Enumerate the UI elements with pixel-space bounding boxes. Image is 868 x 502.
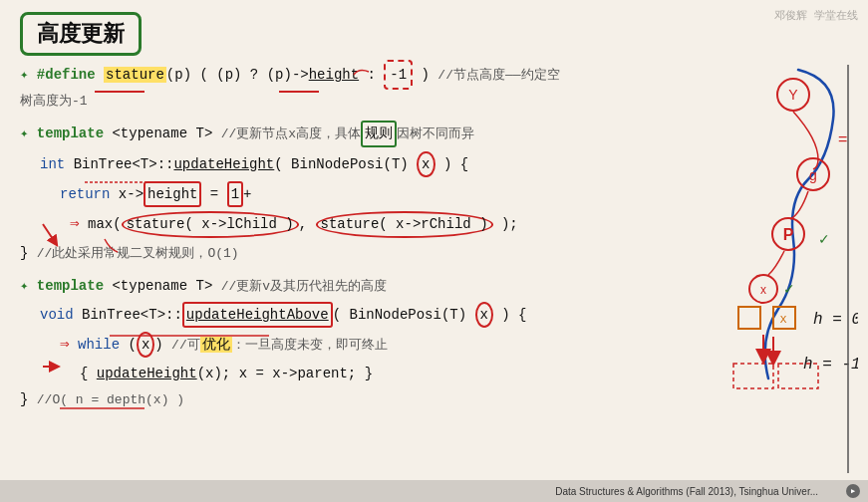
svg-text:✓: ✓ <box>783 281 795 297</box>
template-comment1: //更新节点x高度，具体 <box>221 126 361 141</box>
body-line: { updateHeight(x); x = x->parent; } <box>80 363 569 384</box>
func-decl-line: int BinTree<T>::updateHeight( BinNodePos… <box>40 151 569 177</box>
x-circle: x ) { <box>417 156 468 172</box>
template-comment2: //更新v及其历代祖先的高度 <box>221 279 387 294</box>
slide: 高度更新 邓俊辉 学堂在线 ✦ #define stature(p) ( (p)… <box>0 0 868 502</box>
svg-text:h = -1: h = -1 <box>803 356 858 374</box>
svg-rect-10 <box>738 307 760 329</box>
guize-box: 规则 <box>361 126 397 141</box>
svg-text:h = 0: h = 0 <box>813 311 858 329</box>
close2: } <box>20 391 37 407</box>
svg-text:X: X <box>780 314 787 326</box>
define-line: ✦ #define stature(p) ( (p) ? (p)->height… <box>20 60 569 113</box>
close-comment2: //O( n = depth(x) ) <box>37 392 184 407</box>
while-comment2: ：一旦高度未变，即可终止 <box>232 338 388 353</box>
bottom-bar: Data Structures & Algorithms (Fall 2013)… <box>0 480 868 502</box>
svg-text:✓: ✓ <box>818 231 830 247</box>
void-keyword: void <box>40 307 74 323</box>
svg-text:P: P <box>783 226 794 243</box>
play-button[interactable]: ▶ <box>846 484 860 498</box>
return-keyword: return <box>60 186 110 202</box>
template-keyword1: template <typename T> <box>37 126 221 141</box>
slide-title: 高度更新 <box>20 12 142 56</box>
func-name2: BinTree<T>::updateHeightAbove( BinNodePo… <box>82 307 466 323</box>
max-line: ⇒ max( stature( x->lChild ) , stature( x… <box>70 211 569 238</box>
close-brace1: } //此处采用常规二叉树规则，O(1) <box>20 242 569 265</box>
return-content: x->height = 1+ <box>119 186 252 202</box>
close-comment1: //此处采用常规二叉树规则，O(1) <box>37 246 239 261</box>
template-keyword2: template <typename T> <box>37 278 221 294</box>
while-content: (x) <box>128 337 171 353</box>
max-content: max( stature( x->lChild ) , stature( x->… <box>88 216 518 232</box>
caption-text: Data Structures & Algorithms (Fall 2013)… <box>555 486 818 497</box>
int-keyword: int <box>40 156 65 172</box>
annotations-svg: Y g P ✓ x ✓ X h = 0 <box>579 60 858 478</box>
stature-highlight: stature(p) ( (p) ? (p)->height : -1 ) <box>104 67 437 83</box>
close1: } <box>20 245 37 261</box>
arrow2: ⇒ <box>60 336 70 354</box>
return-line: return x->height = 1+ <box>60 181 569 207</box>
svg-text:Y: Y <box>788 87 798 103</box>
bullet1: ✦ <box>20 126 37 141</box>
func-decl2-line: void BinTree<T>::updateHeightAbove( BinN… <box>40 302 569 328</box>
comment-cont1: 因树不同而异 <box>397 126 474 141</box>
bullet2: ✦ <box>20 278 37 294</box>
hash-define: ✦ #define <box>20 67 96 83</box>
close-brace2: } //O( n = depth(x) ) <box>20 388 569 411</box>
svg-text:g: g <box>809 167 817 183</box>
body-content: { updateHeight(x); x = x->parent; } <box>80 366 373 381</box>
while-comment: //可 <box>171 338 200 353</box>
watermark: 邓俊辉 学堂在线 <box>774 8 858 23</box>
while-keyword: while <box>78 337 120 353</box>
while-line: ⇒ while (x) //可优化：一旦高度未变，即可终止 <box>60 332 569 359</box>
arrow1: ⇒ <box>70 215 80 233</box>
func-name: BinTree<T>::updateHeight( BinNodePosi(T) <box>74 156 409 172</box>
template-line1: ✦ template <typename T> //更新节点x高度，具体规则因树… <box>20 121 569 146</box>
annotation-area: Y g P ✓ x ✓ X h = 0 <box>579 60 858 472</box>
template-line2: ✦ template <typename T> //更新v及其历代祖先的高度 <box>20 275 569 298</box>
optimize-highlight: 优化 <box>200 337 232 353</box>
svg-text:x: x <box>760 283 766 297</box>
code-content: ✦ #define stature(p) ( (p) ? (p)->height… <box>20 60 569 472</box>
svg-text:=: = <box>838 130 847 147</box>
x-circle2: x ) { <box>475 307 527 323</box>
